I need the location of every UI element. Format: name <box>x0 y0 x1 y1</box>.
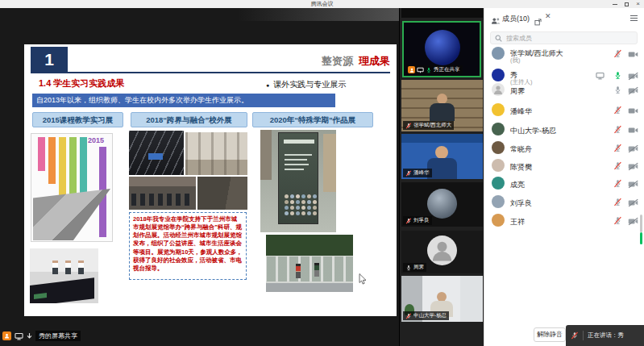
camera-off-icon[interactable] <box>628 217 638 226</box>
thumbnail-name: 周霁 <box>413 264 424 271</box>
mic-muted-icon[interactable] <box>613 106 622 115</box>
members-icon <box>491 14 501 28</box>
thumbnail-placeholder[interactable]: 周霁 <box>401 231 483 273</box>
share-indicator-label: 秀的屏幕共享 <box>35 331 81 341</box>
maximize-icon[interactable] <box>625 2 629 6</box>
menu-icon[interactable] <box>630 15 638 23</box>
thumbnail-label: 张学斌/西北师大 <box>403 121 454 130</box>
mic-muted-icon[interactable] <box>613 161 622 170</box>
host-badge-icon <box>408 66 415 73</box>
member-name: 成亮 <box>510 180 525 190</box>
bystander-figure <box>323 134 336 192</box>
person-head <box>435 146 448 159</box>
mouse-cursor <box>359 273 368 285</box>
bullet-text: 课外实践与专业展示 <box>273 79 346 90</box>
exhibit-table <box>30 277 94 303</box>
minimize-icon[interactable] <box>613 4 617 5</box>
display-wall-drawings <box>266 256 353 281</box>
slide-box-2015: 2015课程教学实习展 <box>32 112 123 127</box>
member-row[interactable]: 王祥 <box>484 214 644 231</box>
thumbnail-label: 秀正在共享 <box>405 65 463 74</box>
camera-on-icon[interactable] <box>628 50 638 59</box>
thumbnail-name: 中山大学-杨忍 <box>413 312 447 319</box>
poster-bar <box>59 137 66 197</box>
thumbnail-label: 中山大学-杨忍 <box>403 311 449 320</box>
mic-muted-icon[interactable] <box>613 125 622 134</box>
mic-idle-icon <box>405 265 412 271</box>
mic-on-icon[interactable] <box>613 71 622 80</box>
poster-year-label: 2015 <box>88 136 104 144</box>
thumbnail-label: 刘孚良 <box>403 216 432 225</box>
camera-off-icon[interactable] <box>628 86 638 95</box>
member-name: 王祥 <box>510 217 525 227</box>
banner-board <box>278 132 318 224</box>
member-row[interactable]: 中山大学-杨忍 <box>484 123 644 140</box>
banner-text-line <box>285 154 312 156</box>
member-avatar <box>492 177 505 190</box>
camera-off-icon[interactable] <box>628 198 638 207</box>
member-name: 陈贤樊 <box>510 162 532 173</box>
partial-thumbnail[interactable] <box>401 8 483 18</box>
camera-on-icon[interactable] <box>628 126 638 135</box>
monitor-icon <box>417 67 424 73</box>
photo-panel-talk-2 <box>197 177 247 210</box>
camera-off-icon[interactable] <box>628 72 638 81</box>
member-row[interactable]: 成亮 <box>484 177 644 194</box>
person-placeholder-icon <box>427 236 457 265</box>
members-panel-title: 成员(10) <box>502 14 530 24</box>
member-avatar <box>492 141 505 154</box>
mic-muted-icon[interactable] <box>613 144 622 152</box>
slide-bullet-item: ● 课外实践与专业展示 <box>266 79 346 90</box>
person-torso <box>430 103 455 121</box>
member-row[interactable]: 刘孚良 <box>484 195 644 213</box>
tencent-meeting-window: 腾讯会议 × 1 整资源理成果 1.4 学生实习实践成果 ● 课外实践与专业展示… <box>0 0 644 346</box>
member-row[interactable]: 周霁 <box>484 83 644 101</box>
mic-muted-icon <box>571 331 579 340</box>
mic-muted-icon[interactable] <box>613 179 622 188</box>
popout-icon[interactable] <box>534 15 542 29</box>
camera-off-icon[interactable] <box>628 162 638 171</box>
member-row[interactable]: 张学斌/西北师大 (我) <box>484 47 644 65</box>
member-tag: (我) <box>510 56 521 65</box>
thumbnail-sharing-user[interactable]: 秀正在共享 <box>402 21 481 77</box>
person-torso <box>427 158 457 179</box>
host-badge-icon <box>2 331 11 340</box>
member-row[interactable]: 陈贤樊 <box>484 159 644 177</box>
thumbnail-label: 潘峰华 <box>403 169 432 177</box>
headline-gray: 整资源 <box>322 55 353 67</box>
mic-idle-icon[interactable] <box>613 85 622 94</box>
panel-close-icon[interactable]: ✕ <box>545 12 551 20</box>
photo-panel-talk <box>129 177 196 210</box>
thumbnail-video[interactable]: 中山大学-杨忍 <box>401 276 483 322</box>
unmute-button[interactable]: 解除静音 <box>534 327 566 342</box>
scrollbar-thumb[interactable] <box>640 215 642 232</box>
member-search-box[interactable] <box>490 31 638 44</box>
thumbnail-video[interactable]: 张学斌/西北师大 <box>401 80 483 131</box>
bystander-figure <box>260 130 272 180</box>
video-thumbnail-strip: 秀正在共享 张学斌/西北师大 潘峰华 <box>399 8 484 346</box>
mic-muted-icon[interactable] <box>613 198 622 206</box>
thumbnail-avatar[interactable]: 刘孚良 <box>401 182 483 227</box>
camera-off-icon[interactable] <box>628 180 638 189</box>
close-icon[interactable]: × <box>636 0 640 8</box>
member-row[interactable]: 常晓舟 <box>484 141 644 159</box>
camera-on-icon[interactable] <box>628 106 638 115</box>
screen-share-indicator[interactable]: 秀的屏幕共享 <box>2 331 81 341</box>
member-avatar <box>492 83 505 96</box>
thumbnail-name: 潘峰华 <box>413 169 430 177</box>
monitor-icon <box>15 332 23 340</box>
member-row[interactable]: 潘峰华 <box>484 103 644 121</box>
mic-muted-icon[interactable] <box>613 216 622 225</box>
speaking-label: 正在讲话：秀 <box>588 331 624 340</box>
thumbnail-video[interactable]: 潘峰华 <box>401 134 483 179</box>
member-avatar <box>492 159 505 172</box>
photo-lecture-hall <box>129 131 184 175</box>
slide-banner: 自2013年以来，组织教师、学生在校内外多次举办学生作业展示。 <box>32 94 335 107</box>
person-figure <box>314 263 319 277</box>
scrollbar-indicator[interactable] <box>640 232 642 244</box>
photo-outdoor-wall <box>266 235 353 292</box>
mic-muted-icon[interactable] <box>613 49 622 58</box>
slide-box-2020: 2020年“特殊学期”作品展 <box>252 112 373 127</box>
search-input[interactable] <box>505 34 633 43</box>
camera-off-icon[interactable] <box>628 144 638 153</box>
